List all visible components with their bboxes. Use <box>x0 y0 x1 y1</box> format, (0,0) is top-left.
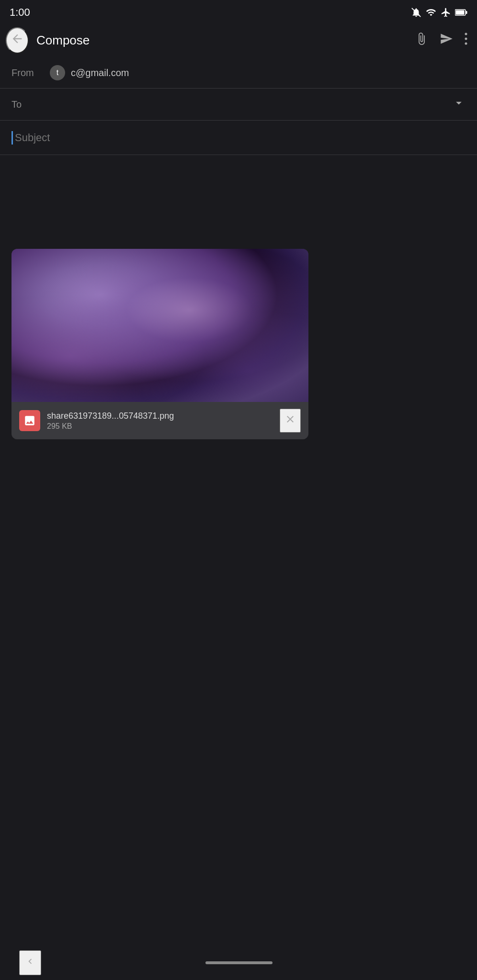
send-button[interactable] <box>436 28 457 52</box>
to-field[interactable]: To <box>0 89 477 121</box>
sender-avatar: t <box>50 65 65 80</box>
status-bar: 1:00 <box>0 0 477 23</box>
remove-attachment-button[interactable] <box>280 409 301 433</box>
app-bar: Compose <box>0 23 477 57</box>
bottom-nav <box>0 946 477 980</box>
status-time: 1:00 <box>10 6 30 19</box>
svg-point-5 <box>465 38 467 40</box>
app-bar-actions <box>411 28 471 52</box>
attachment-filename: share631973189...05748371.png <box>47 411 280 421</box>
attachment-footer: share631973189...05748371.png 295 KB <box>11 402 308 439</box>
attachment-filesize: 295 KB <box>47 422 280 431</box>
page-title: Compose <box>36 33 403 48</box>
compose-body[interactable] <box>0 155 477 241</box>
more-options-button[interactable] <box>461 28 471 52</box>
airplane-icon <box>441 7 451 18</box>
svg-point-4 <box>465 33 467 35</box>
attachment-image-preview <box>11 249 308 402</box>
attachment-info: share631973189...05748371.png 295 KB <box>47 411 280 431</box>
to-label: To <box>11 99 50 110</box>
to-input[interactable] <box>50 99 452 110</box>
attach-button[interactable] <box>411 28 432 52</box>
back-button[interactable] <box>6 27 29 54</box>
from-label: From <box>11 67 50 78</box>
status-icons <box>411 7 467 18</box>
from-field: From t c@gmail.com <box>0 57 477 89</box>
battery-icon <box>455 7 467 18</box>
svg-rect-2 <box>466 11 467 14</box>
body-input[interactable] <box>11 165 466 212</box>
nav-back-button[interactable] <box>19 950 41 975</box>
svg-point-6 <box>465 43 467 45</box>
text-cursor <box>11 131 13 145</box>
attachment-container: share631973189...05748371.png 295 KB <box>11 249 308 439</box>
attachment-file-icon <box>19 410 40 431</box>
chevron-down-icon[interactable] <box>452 96 466 112</box>
wifi-icon <box>425 7 437 18</box>
svg-rect-3 <box>456 11 465 15</box>
home-indicator[interactable] <box>205 961 273 964</box>
subject-input[interactable] <box>15 132 466 144</box>
notification-muted-icon <box>411 7 421 18</box>
sender-email: c@gmail.com <box>71 67 129 78</box>
subject-field[interactable] <box>0 121 477 155</box>
